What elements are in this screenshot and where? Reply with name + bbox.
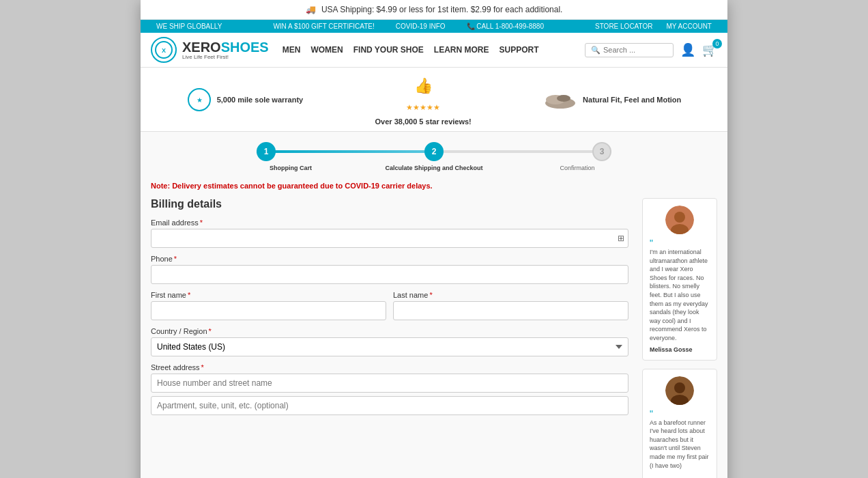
gift-cert-link[interactable]: WIN A $100 GIFT CERTIFICATE! [273,23,374,30]
name-row: First name* Last name* [151,291,628,327]
review-author-1: Melissa Gosse [650,346,710,353]
first-name-required: * [188,291,190,299]
first-name-input[interactable] [151,301,386,320]
review-avatar-2 [665,376,694,405]
email-required: * [200,219,203,227]
logo-circle: X [151,37,177,63]
shoe-icon [543,89,577,110]
review-avatar-1 [665,206,694,234]
street-required: * [201,363,204,371]
logo-xero: XERO [182,40,221,55]
steps-line: 1 2 3 [257,142,611,161]
search-input[interactable] [603,46,671,54]
review-card-1: " I'm an international ultramarathon ath… [642,198,717,361]
covid-note: Note: Delivery estimates cannot be guara… [151,182,717,190]
review-card-2: " As a barefoot runner I've heard lots a… [642,369,717,478]
step-3-label: Confirmation [543,165,611,171]
country-select[interactable]: United States (US) [151,337,628,356]
review-text-2: As a barefoot runner I've heard lots abo… [650,419,710,470]
covid-link[interactable]: COVID-19 INFO [396,23,446,30]
phone-required: * [174,255,177,263]
nav-links: MEN WOMEN FIND YOUR SHOE LEARN MORE SUPP… [283,45,585,55]
email-input[interactable] [151,229,628,248]
billing-title: Billing details [151,198,628,210]
progress-steps: 1 2 3 Shopping Cart Calculate Shipping a… [151,142,717,171]
checkout-layout: Billing details Email address* ⊞ Phone* [151,198,717,478]
first-name-label: First name* [151,291,386,299]
nav-top-center: WIN A $100 GIFT CERTIFICATE! COVID-19 IN… [267,23,549,30]
logo-shoes: SHOES [221,40,269,55]
billing-form: Billing details Email address* ⊞ Phone* [151,198,628,478]
avatar-1 [665,206,694,234]
quote-mark-2: " [650,409,710,419]
last-name-label: Last name* [393,291,628,299]
step-2-circle: 2 [424,142,444,161]
natural-fit-text: Natural Fit, Feel and Motion [583,96,681,104]
nav-men[interactable]: MEN [283,45,301,55]
my-account-link[interactable]: MY ACCOUNT [666,23,712,30]
nav-top-right: STORE LOCATOR MY ACCOUNT [590,23,717,30]
country-required: * [209,327,212,335]
nav-find-your-shoe[interactable]: FIND YOUR SHOE [353,45,424,55]
feature-warranty: ★ 5,000 mile sole warranty [187,87,304,112]
step-2-label: Calculate Shipping and Checkout [383,165,485,171]
search-box[interactable]: 🔍 [585,43,674,57]
email-label: Email address* [151,219,628,227]
first-name-group: First name* [151,291,386,320]
feature-bar: ★ 5,000 mile sole warranty 👍 ★★★★★ Over … [141,68,727,132]
reviews-icon: 👍 [411,73,435,98]
logo-wrap: X XEROSHOES Live Life Feet First! [151,37,283,63]
feature-reviews: 👍 ★★★★★ Over 38,000 5 star reviews! [375,73,472,126]
street-address-label: Street address* [151,363,628,371]
phone-input[interactable] [151,265,628,284]
svg-text:👍: 👍 [414,76,433,95]
logo-tagline: Live Life Feet First! [182,54,229,60]
nav-top-bar: WE SHIP GLOBALLY WIN A $100 GIFT CERTIFI… [141,20,727,33]
step-1-circle: 1 [257,142,276,161]
phone-icon: 📞 [467,23,475,30]
feature-natural-fit: Natural Fit, Feel and Motion [543,89,681,110]
sidebar-reviews: " I'm an international ultramarathon ath… [642,198,717,478]
country-group: Country / Region* United States (US) [151,327,628,356]
email-group: Email address* ⊞ [151,219,628,248]
truck-icon: 🚚 [306,5,316,14]
warranty-icon: ★ [187,87,212,112]
nav-learn-more[interactable]: LEARN MORE [434,45,489,55]
browser-window: 🚚 USA Shipping: $4.99 or less for 1st it… [141,0,727,478]
last-name-group: Last name* [393,291,628,320]
country-label: Country / Region* [151,327,628,335]
last-name-input[interactable] [393,301,628,320]
search-icon: 🔍 [591,46,601,55]
phone-group: Phone* [151,255,628,284]
cart-badge: 0 [712,39,722,48]
logo[interactable]: XEROSHOES Live Life Feet First! [182,40,269,60]
phone-link[interactable]: 📞 CALL 1-800-499-8880 [467,23,544,30]
svg-text:X: X [162,47,166,54]
svg-point-7 [557,95,570,102]
svg-point-9 [674,212,685,223]
apt-input[interactable] [151,396,628,415]
nav-top-left: WE SHIP GLOBALLY [151,23,227,30]
nav-women[interactable]: WOMEN [310,45,343,55]
nav-right: 🔍 👤 🛒 0 [585,42,717,57]
quote-mark-1: " [650,238,710,248]
store-locator-link[interactable]: STORE LOCATOR [595,23,652,30]
ship-globally-link[interactable]: WE SHIP GLOBALLY [156,23,222,30]
nav-support[interactable]: SUPPORT [500,45,539,55]
street-input[interactable] [151,374,628,393]
main-nav: X XEROSHOES Live Life Feet First! MEN WO… [141,33,727,68]
svg-point-12 [674,382,685,393]
cart-icon[interactable]: 🛒 0 [702,42,717,57]
email-icon: ⊞ [618,234,624,243]
step-1-label: Shopping Cart [257,165,325,171]
stars: ★★★★★ [406,103,440,112]
reviews-text: Over 38,000 5 star reviews! [375,117,472,126]
account-icon[interactable]: 👤 [680,42,695,57]
shipping-text: USA Shipping: $4.99 or less for 1st item… [321,5,563,14]
email-input-wrap: ⊞ [151,229,628,248]
logo-text: XEROSHOES [182,40,269,54]
warranty-text: 5,000 mile sole warranty [217,96,304,104]
content-area: 1 2 3 Shopping Cart Calculate Shipping a… [141,132,727,478]
avatar-2 [665,376,694,405]
step-track-fill [257,150,434,153]
